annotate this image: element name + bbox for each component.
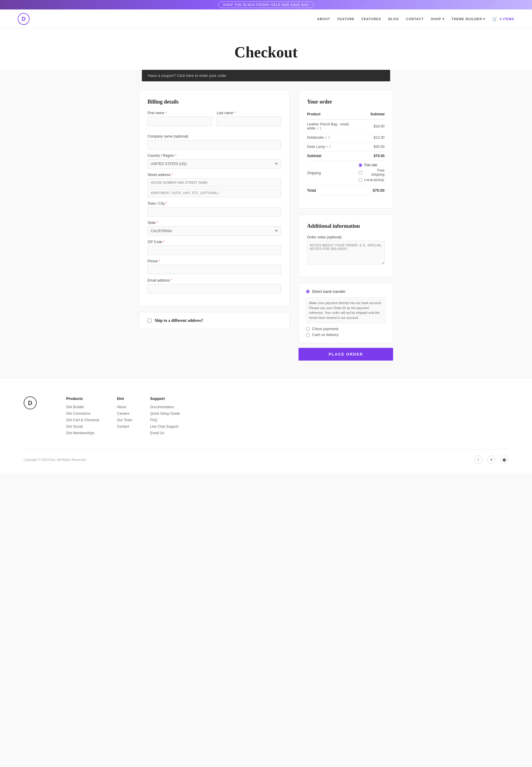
payment-check-label[interactable]: Check payments bbox=[306, 327, 386, 331]
order-notes-input[interactable] bbox=[307, 241, 385, 265]
top-banner[interactable]: SHOP THE BLACK FRIDAY SALE AND SAVE BIG! bbox=[0, 0, 532, 9]
nav-feature[interactable]: FEATURE bbox=[337, 17, 354, 21]
state-label: State * bbox=[147, 221, 281, 225]
apt-input[interactable] bbox=[147, 189, 281, 197]
footer-faq[interactable]: FAQ bbox=[150, 418, 180, 422]
footer-about[interactable]: About bbox=[117, 405, 132, 409]
subtotal-label: Subtotal bbox=[307, 151, 359, 160]
checkout-container: Billing details First name * Last name *… bbox=[133, 90, 399, 378]
shipping-pickup[interactable]: Local pickup bbox=[359, 178, 385, 182]
city-label: Town / City * bbox=[147, 202, 281, 206]
name-row: First name * Last name * bbox=[147, 111, 281, 130]
company-input[interactable] bbox=[147, 140, 281, 149]
banner-link[interactable]: SHOP THE BLACK FRIDAY SALE AND SAVE BIG! bbox=[218, 1, 314, 8]
footer-live-chat[interactable]: Live Chat Support bbox=[150, 424, 180, 429]
total-row: Total $70.00 bbox=[307, 186, 385, 195]
first-name-label: First name * bbox=[147, 111, 212, 115]
footer-our-team[interactable]: Our Team bbox=[117, 418, 132, 422]
footer-divi-title: Divi bbox=[117, 396, 132, 401]
additional-info-card: Additional information Order notes (opti… bbox=[299, 215, 393, 277]
your-order-title: Your order bbox=[307, 99, 385, 105]
country-group: Country / Region * UNITED STATES (US) bbox=[147, 153, 281, 168]
ship-different-label[interactable]: Ship to a different address? bbox=[147, 318, 281, 323]
item-1-price: $18.00 bbox=[359, 119, 385, 133]
footer-divi-cart[interactable]: Divi Cart & Checkout bbox=[66, 418, 99, 422]
footer-bottom: Copyright © 2023 Divi. All Rights Reserv… bbox=[24, 449, 508, 464]
footer-divi-social[interactable]: Divi Social bbox=[66, 424, 99, 429]
footer-logo[interactable]: D bbox=[24, 396, 37, 409]
nav-shop[interactable]: SHOP ▾ bbox=[431, 17, 445, 21]
social-icons: f ✕ ⬤ bbox=[474, 455, 508, 464]
street-label: Street address * bbox=[147, 173, 281, 177]
instagram-icon[interactable]: ⬤ bbox=[500, 455, 508, 464]
nav-contact[interactable]: CONTACT bbox=[406, 17, 424, 21]
footer-divi-memberships[interactable]: Divi Memberships bbox=[66, 431, 99, 435]
state-select[interactable]: CALIFORNIA bbox=[147, 226, 281, 236]
coupon-bar[interactable]: Have a coupon? Click here to enter your … bbox=[142, 70, 390, 81]
footer-careers[interactable]: Careers bbox=[117, 411, 132, 416]
last-name-label: Last name * bbox=[217, 111, 281, 115]
last-name-input[interactable] bbox=[217, 116, 281, 126]
subtotal-col-header: Subtotal bbox=[359, 111, 385, 119]
first-name-group: First name * bbox=[147, 111, 212, 126]
nav-blog[interactable]: BLOG bbox=[388, 17, 399, 21]
payment-card: Direct bank transfer Make your payment d… bbox=[299, 283, 393, 343]
total-label: Total bbox=[307, 186, 359, 195]
main-nav: ABOUT FEATURE FEATURES BLOG CONTACT SHOP… bbox=[317, 17, 514, 21]
city-input[interactable] bbox=[147, 207, 281, 217]
item-3-name: Desk Lamp × 1 bbox=[307, 142, 359, 151]
item-2-price: $12.00 bbox=[359, 133, 385, 142]
footer-products-title: Products bbox=[66, 396, 99, 401]
shipping-row: Shipping Flat rate Free shipping bbox=[307, 160, 385, 186]
ship-different-checkbox[interactable] bbox=[147, 319, 152, 323]
zip-input[interactable] bbox=[147, 246, 281, 255]
footer-col-support: Support Documentation Quick Setup Guide … bbox=[150, 396, 180, 437]
place-order-button[interactable]: PLACE ORDER bbox=[299, 348, 393, 361]
street-input[interactable] bbox=[147, 178, 281, 187]
payment-cod-radio[interactable] bbox=[306, 333, 310, 337]
twitter-icon[interactable]: ✕ bbox=[487, 455, 495, 464]
order-notes-label: Order notes (optional) bbox=[307, 235, 385, 239]
item-2-name: Notebooks × 1 bbox=[307, 133, 359, 142]
payment-check-radio[interactable] bbox=[306, 327, 310, 331]
country-select[interactable]: UNITED STATES (US) bbox=[147, 159, 281, 168]
footer-divi-commerce[interactable]: Divi Commerce bbox=[66, 411, 99, 416]
payment-direct-bank[interactable]: Direct bank transfer bbox=[306, 289, 386, 294]
footer-divi-builder[interactable]: Divi Builder bbox=[66, 405, 99, 409]
company-group: Company name (optional) bbox=[147, 134, 281, 149]
cart-link[interactable]: 🛒 3 ITEMS bbox=[492, 17, 514, 21]
footer: D Products Divi Builder Divi Commerce Di… bbox=[0, 378, 532, 473]
city-group: Town / City * bbox=[147, 202, 281, 217]
total-value: $70.00 bbox=[359, 186, 385, 195]
shipping-free[interactable]: Free shipping bbox=[359, 168, 385, 176]
product-col-header: Product bbox=[307, 111, 359, 119]
additional-info-title: Additional information bbox=[307, 223, 385, 229]
phone-input[interactable] bbox=[147, 265, 281, 274]
footer-quick-setup[interactable]: Quick Setup Guide bbox=[150, 411, 180, 416]
email-group: Email address * bbox=[147, 278, 281, 294]
first-name-input[interactable] bbox=[147, 116, 212, 126]
nav-about[interactable]: ABOUT bbox=[317, 17, 330, 21]
payment-direct-bank-label: Direct bank transfer bbox=[312, 289, 346, 294]
nav-features[interactable]: FEATURES bbox=[361, 17, 381, 21]
item-1-name: Leather Pencil Bag - small, white × 1 bbox=[307, 119, 359, 133]
facebook-icon[interactable]: f bbox=[474, 455, 482, 464]
footer-email-us[interactable]: Email Us bbox=[150, 431, 180, 435]
logo[interactable]: D bbox=[18, 13, 30, 25]
footer-col-divi: Divi About Careers Our Team Contact bbox=[117, 396, 132, 431]
order-table: Product Subtotal Leather Pencil Bag - sm… bbox=[307, 111, 385, 195]
phone-group: Phone * bbox=[147, 259, 281, 274]
cart-icon: 🛒 bbox=[492, 17, 498, 21]
phone-label: Phone * bbox=[147, 259, 281, 263]
zip-label: ZIP Code * bbox=[147, 240, 281, 244]
footer-documentation[interactable]: Documentation bbox=[150, 405, 180, 409]
nav-theme-builder[interactable]: THEME BUILDER ▾ bbox=[452, 17, 486, 21]
payment-cod-label[interactable]: Cash on delivery bbox=[306, 333, 386, 337]
shipping-flat-rate[interactable]: Flat rate bbox=[359, 163, 385, 167]
email-input[interactable] bbox=[147, 284, 281, 294]
footer-col-products: Products Divi Builder Divi Commerce Divi… bbox=[66, 396, 99, 437]
footer-contact[interactable]: Contact bbox=[117, 424, 132, 429]
country-label: Country / Region * bbox=[147, 153, 281, 158]
company-label: Company name (optional) bbox=[147, 134, 281, 138]
payment-direct-bank-radio[interactable] bbox=[306, 290, 310, 294]
